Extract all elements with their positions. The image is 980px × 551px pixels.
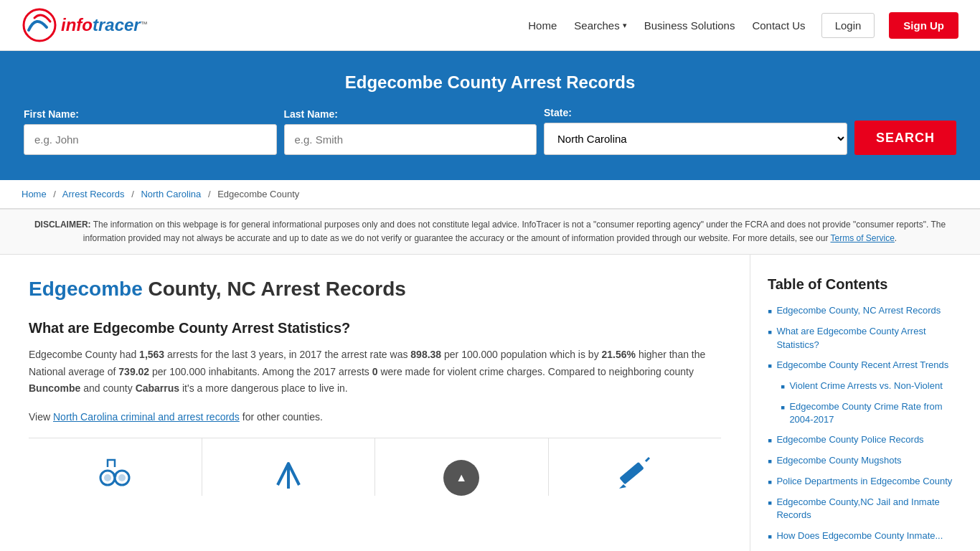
toc-bullet-6: ▪: [768, 434, 772, 447]
national-avg: 739.02: [118, 366, 149, 377]
toc-heading: Table of Contents: [768, 276, 963, 293]
toc-item-7: ▪ Edgecombe County Mugshots: [768, 454, 963, 468]
toc-link-5[interactable]: Edgecombe County Crime Rate from 2004-20…: [789, 400, 963, 426]
arrests-count: 1,563: [139, 349, 164, 360]
icon-cell-3: [375, 438, 549, 496]
county2: Cabarrus: [136, 382, 179, 394]
breadcrumb-home[interactable]: Home: [22, 189, 47, 199]
state-group: State: North Carolina Alabama Alaska Ari…: [544, 107, 847, 155]
toc-list: ▪ Edgecombe County, NC Arrest Records ▪ …: [768, 304, 963, 542]
icon-cell-2: [202, 438, 376, 496]
breadcrumb-sep-3: /: [208, 189, 211, 199]
toc-item-4: ▪ Violent Crime Arrests vs. Non-Violent: [781, 380, 963, 393]
logo-tracer: tracer: [93, 15, 141, 34]
toc-bullet-1: ▪: [768, 305, 772, 318]
hero-section: Edgecombe County Arrest Records First Na…: [0, 51, 980, 180]
toc-link-7[interactable]: Edgecombe County Mugshots: [776, 454, 901, 467]
stats-para-6: were made for violent crime charges. Com…: [380, 366, 694, 377]
toc-item-10: ▪ How Does Edgecombe County Inmate...: [768, 529, 963, 543]
toc-item-8: ▪ Police Departments in Edgecombe County: [768, 475, 963, 489]
article-title: Edgecombe County, NC Arrest Records: [29, 276, 721, 302]
first-name-label: First Name:: [24, 108, 277, 120]
article-title-rest: County, NC Arrest Records: [143, 278, 406, 300]
article-title-highlight: Edgecombe: [29, 278, 143, 300]
nc-criminal-records-link[interactable]: North Carolina criminal and arrest recor…: [53, 411, 240, 423]
stats-para-2: arrests for the last 3 years, in 2017 th…: [167, 349, 407, 360]
first-name-input[interactable]: [24, 124, 277, 155]
toc-bullet-7: ▪: [768, 455, 772, 468]
stats-para-8: it's a more dangerous place to live in.: [182, 382, 348, 394]
icon-cell-4: [549, 438, 722, 496]
breadcrumb: Home / Arrest Records / North Carolina /…: [0, 180, 980, 209]
nav-home[interactable]: Home: [527, 16, 558, 35]
svg-point-4: [104, 474, 111, 481]
disclaimer-section: DISCLAIMER: The information on this webp…: [0, 209, 980, 255]
stats-heading: What are Edgecombe County Arrest Statist…: [29, 320, 721, 336]
page-hero-title: Edgecombe County Arrest Records: [14, 72, 966, 93]
svg-line-9: [646, 458, 649, 461]
logo-tm: ™: [141, 20, 148, 28]
logo-icon: [22, 7, 57, 43]
disclaimer-text: The information on this webpage is for g…: [83, 220, 946, 243]
tos-link[interactable]: Terms of Service: [831, 233, 895, 243]
main-content: Edgecombe County, NC Arrest Records What…: [0, 255, 980, 551]
toc-link-2[interactable]: What are Edgecombe County Arrest Statist…: [776, 325, 963, 351]
svg-point-5: [118, 474, 126, 481]
login-button[interactable]: Login: [821, 13, 875, 38]
toc-link-4[interactable]: Violent Crime Arrests vs. Non-Violent: [789, 380, 942, 392]
toc-item-6: ▪ Edgecombe County Police Records: [768, 433, 963, 447]
svg-rect-7: [619, 462, 644, 485]
breadcrumb-sep-2: /: [131, 189, 134, 199]
breadcrumb-sep-1: /: [53, 189, 56, 199]
logo[interactable]: infotracer™: [22, 7, 148, 43]
view-link-post: for other counties.: [240, 411, 323, 423]
state-select[interactable]: North Carolina Alabama Alaska Arizona Ar…: [544, 123, 847, 155]
last-name-label: Last Name:: [284, 108, 537, 120]
toc-bullet-4: ▪: [781, 380, 785, 393]
search-form: First Name: Last Name: State: North Caro…: [24, 107, 956, 155]
last-name-group: Last Name:: [284, 108, 537, 155]
scroll-up-button[interactable]: [443, 460, 479, 496]
toc-link-10[interactable]: How Does Edgecombe County Inmate...: [776, 529, 943, 542]
toc-bullet-10: ▪: [768, 530, 772, 543]
last-name-input[interactable]: [284, 124, 537, 155]
toc-bullet-8: ▪: [768, 476, 772, 489]
toc-link-3[interactable]: Edgecombe County Recent Arrest Trends: [776, 359, 948, 372]
search-button[interactable]: SEARCH: [854, 121, 956, 155]
toc-bullet-9: ▪: [768, 496, 772, 509]
toc-link-1[interactable]: Edgecombe County, NC Arrest Records: [776, 304, 941, 317]
disclaimer-period: .: [895, 233, 897, 243]
nav-contact-us[interactable]: Contact Us: [750, 16, 806, 35]
breadcrumb-north-carolina[interactable]: North Carolina: [141, 189, 201, 199]
toc-item-9: ▪ Edgecombe County,NC Jail and Inmate Re…: [768, 496, 963, 522]
toc-item-1: ▪ Edgecombe County, NC Arrest Records: [768, 304, 963, 318]
icon-row: [29, 438, 721, 496]
toc-link-8[interactable]: Police Departments in Edgecombe County: [776, 475, 952, 488]
toc-link-6[interactable]: Edgecombe County Police Records: [776, 433, 923, 446]
icon-cell-1: [29, 438, 202, 496]
higher-pct: 21.56%: [602, 349, 636, 360]
disclaimer-label: DISCLAIMER:: [34, 220, 91, 230]
stats-paragraph: Edgecombe County had 1,563 arrests for t…: [29, 347, 721, 397]
stats-para-3: per 100.000 population which is by: [444, 349, 599, 360]
breadcrumb-current: Edgecombe County: [217, 189, 299, 199]
view-link-para: View North Carolina criminal and arrest …: [29, 409, 721, 426]
zero: 0: [372, 366, 378, 377]
chevron-down-icon: ▾: [623, 21, 627, 30]
toc-bullet-2: ▪: [768, 326, 772, 339]
pencil-icon: [613, 453, 656, 496]
nav-searches[interactable]: Searches ▾: [573, 16, 628, 35]
logo-info: info: [61, 15, 93, 34]
signup-button[interactable]: Sign Up: [889, 12, 958, 39]
toc-item-3: ▪ Edgecombe County Recent Arrest Trends: [768, 359, 963, 372]
toc-item-5: ▪ Edgecombe County Crime Rate from 2004-…: [781, 400, 963, 426]
nav-business-solutions[interactable]: Business Solutions: [643, 16, 737, 35]
svg-marker-8: [619, 484, 626, 489]
stats-para-1: Edgecombe County had: [29, 349, 136, 360]
first-name-group: First Name:: [24, 108, 277, 155]
breadcrumb-arrest-records[interactable]: Arrest Records: [62, 189, 125, 199]
county1: Buncombe: [29, 382, 80, 394]
stats-para-5: per 100.000 inhabitants. Among the 2017 …: [152, 366, 369, 377]
toc-link-9[interactable]: Edgecombe County,NC Jail and Inmate Reco…: [776, 496, 963, 522]
arrest-rate: 898.38: [410, 349, 441, 360]
